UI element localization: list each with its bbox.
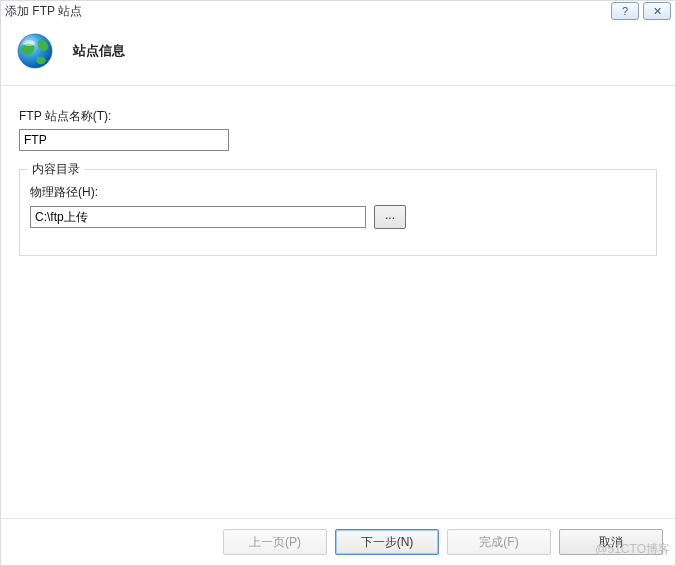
browse-button[interactable]: ... (374, 205, 406, 229)
next-button-label: 下一步(N) (361, 534, 414, 551)
globe-icon (15, 31, 55, 71)
close-button[interactable]: ✕ (643, 2, 671, 20)
previous-button-label: 上一页(P) (249, 534, 301, 551)
titlebar: 添加 FTP 站点 ? ✕ (1, 1, 675, 21)
previous-button: 上一页(P) (223, 529, 327, 555)
cancel-button[interactable]: 取消 (559, 529, 663, 555)
site-name-label: FTP 站点名称(T): (19, 108, 657, 125)
svg-point-1 (23, 40, 35, 46)
physical-path-row: ... (30, 205, 646, 229)
wizard-body: FTP 站点名称(T): 内容目录 物理路径(H): ... (1, 86, 675, 518)
window-title: 添加 FTP 站点 (5, 3, 611, 20)
wizard-header: 站点信息 (1, 21, 675, 86)
titlebar-buttons: ? ✕ (611, 2, 671, 20)
physical-path-input[interactable] (30, 206, 366, 228)
wizard-footer: 上一页(P) 下一步(N) 完成(F) 取消 (1, 518, 675, 565)
cancel-button-label: 取消 (599, 534, 623, 551)
help-icon: ? (622, 5, 628, 17)
physical-path-label: 物理路径(H): (30, 184, 646, 201)
dialog-window: 添加 FTP 站点 ? ✕ (0, 0, 676, 566)
content-directory-group: 内容目录 物理路径(H): ... (19, 169, 657, 256)
finish-button-label: 完成(F) (479, 534, 518, 551)
ellipsis-icon: ... (385, 209, 395, 221)
next-button[interactable]: 下一步(N) (335, 529, 439, 555)
finish-button: 完成(F) (447, 529, 551, 555)
help-button[interactable]: ? (611, 2, 639, 20)
site-name-input[interactable] (19, 129, 229, 151)
content-directory-title: 内容目录 (28, 161, 84, 178)
wizard-title: 站点信息 (73, 42, 125, 60)
close-icon: ✕ (653, 5, 662, 18)
